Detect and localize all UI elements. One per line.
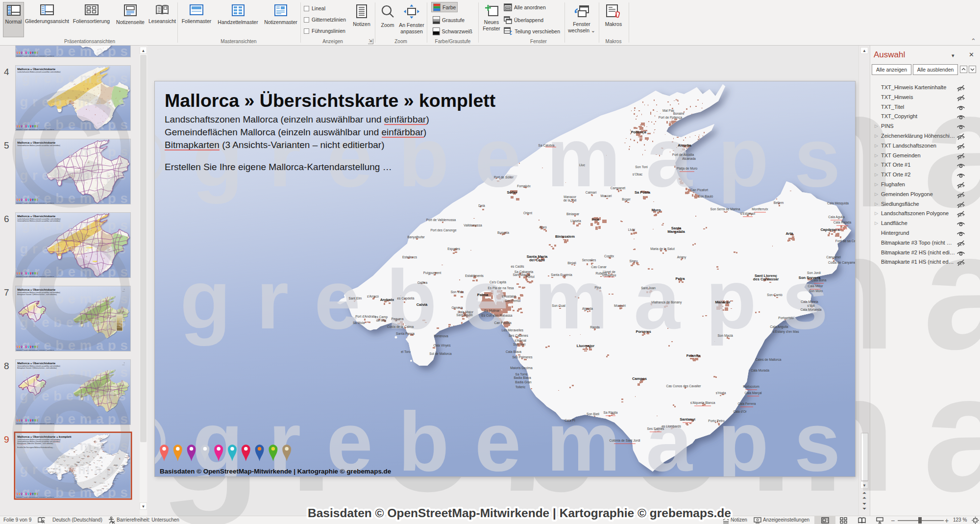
- svg-text:Valldemossa: Valldemossa: [464, 224, 482, 227]
- svg-text:©grebemaps: ©grebemaps: [16, 485, 130, 498]
- svg-text:Mallorca » Übersichtskarte: Mallorca » Übersichtskarte: [17, 67, 56, 71]
- svg-text:Manacor: Manacor: [715, 300, 730, 304]
- svg-text:Sant Marçal: Sant Marçal: [513, 273, 530, 277]
- svg-text:s'Arracó: s'Arracó: [367, 295, 379, 298]
- svg-text:Gemeindeflächen Mallorca (einz: Gemeindeflächen Mallorca (einzeln auswäh…: [17, 292, 60, 294]
- svg-text:s'Hostalot: s'Hostalot: [502, 295, 516, 298]
- svg-text:Randa: Randa: [87, 474, 89, 474]
- svg-text:Badia Gran: Badia Gran: [515, 380, 532, 384]
- svg-text:Bitmapkarte Variante 2 (Höhens: Bitmapkarte Variante 2 (Höhenschichten –…: [17, 367, 56, 369]
- svg-text:Basisdaten © OpenStreetMap-Mit: Basisdaten © OpenStreetMap-Mitwirkende |…: [17, 423, 55, 424]
- svg-text:Son Macià: Son Macià: [717, 334, 733, 337]
- svg-text:Son Bauló: Son Bauló: [698, 195, 713, 198]
- svg-text:Gemeindeflächen Mallorca (einz: Gemeindeflächen Mallorca (einzeln auswäh…: [17, 145, 60, 147]
- svg-text:Inca: Inca: [591, 217, 599, 222]
- svg-text:Cala Mesquida: Cala Mesquida: [126, 453, 130, 453]
- svg-text:Artà: Artà: [785, 231, 793, 236]
- svg-text:Llucmajor: Llucmajor: [577, 344, 594, 348]
- svg-text:Bunyola: Bunyola: [497, 231, 509, 235]
- svg-text:Font de sa Cala: Font de sa Cala: [835, 239, 855, 243]
- svg-text:Banyalbufar: Banyalbufar: [407, 235, 425, 239]
- svg-text:©grebemaps: ©grebemaps: [16, 117, 130, 130]
- svg-text:Gemeindeflächen Mallorca (einz: Gemeindeflächen Mallorca (einzeln auswäh…: [17, 365, 60, 367]
- svg-text:Galilea: Galilea: [59, 466, 61, 467]
- svg-text:Capdepera: Capdepera: [124, 457, 128, 458]
- svg-text:Calvià: Calvià: [58, 470, 60, 470]
- svg-text:Campos: Campos: [632, 376, 647, 381]
- svg-text:Bitmapkarte Variante 2 (Höhens: Bitmapkarte Variante 2 (Höhenschichten –…: [17, 294, 56, 296]
- svg-text:Ca's Capità: Ca's Capità: [490, 280, 506, 284]
- svg-text:Mallorca » Übersichtskarte » k: Mallorca » Übersichtskarte » komplett: [165, 90, 496, 111]
- svg-text:Basisdaten © OpenStreetMap-Mit: Basisdaten © OpenStreetMap-Mitwirkende |…: [17, 55, 55, 56]
- svg-text:de la Vall: de la Vall: [564, 199, 577, 202]
- svg-text:Campos: Campos: [94, 482, 97, 482]
- svg-text:Cala Moreia: Cala Moreia: [801, 300, 818, 303]
- svg-text:Galilea: Galilea: [417, 281, 428, 284]
- svg-text:Sa Pobla: Sa Pobla: [94, 451, 97, 452]
- svg-text:s'Arenal: s'Arenal: [514, 339, 526, 342]
- svg-text:Erstellen Sie Ihre eigene Mall: Erstellen Sie Ihre eigene Mallorca-Karte…: [17, 447, 54, 449]
- svg-text:Son Jordi: Son Jordi: [807, 271, 821, 274]
- svg-text:Cala d'Or: Cala d'Or: [733, 410, 747, 413]
- svg-text:es Capdellà: es Capdellà: [55, 469, 58, 469]
- svg-text:Felanitx: Felanitx: [686, 353, 701, 358]
- svg-text:es Caülls: es Caülls: [74, 463, 76, 464]
- svg-text:Costitx: Costitx: [604, 254, 614, 258]
- svg-text:Basisdaten © OpenStreetMap-Mit: Basisdaten © OpenStreetMap-Mitwirkende |…: [17, 129, 55, 130]
- svg-text:Basisdaten © OpenStreetMap-Mit: Basisdaten © OpenStreetMap-Mitwirkende |…: [308, 506, 731, 520]
- svg-text:Genova: Genova: [451, 306, 463, 309]
- svg-text:Lloseta: Lloseta: [570, 219, 581, 223]
- svg-text:Establiments: Establiments: [465, 274, 484, 277]
- svg-text:Cas Conos des Cavaller: Cas Conos des Cavaller: [666, 384, 701, 388]
- svg-text:Son Gual: Son Gual: [552, 304, 565, 307]
- svg-text:Cales de Mallorca: Cales de Mallorca: [756, 358, 782, 361]
- svg-text:Gemeindeflächen Mallorca (einz: Gemeindeflächen Mallorca (einzeln auswäh…: [165, 127, 426, 137]
- svg-text:Les Meravelles: Les Meravelles: [502, 328, 524, 332]
- svg-text:Son Macià: Son Macià: [108, 474, 110, 475]
- svg-text:Sant Joan: Sant Joan: [641, 286, 656, 290]
- svg-text:©grebemaps: ©grebemaps: [16, 264, 130, 277]
- svg-text:Cala Vinyes: Cala Vinyes: [61, 476, 64, 477]
- svg-text:Basisdaten © OpenStreetMap-Mit: Basisdaten © OpenStreetMap-Mitwirkende |…: [17, 497, 55, 498]
- svg-text:Porreres: Porreres: [636, 329, 651, 334]
- svg-text:Son Ferriol: Son Ferriol: [505, 299, 521, 302]
- svg-text:Sencelles: Sencelles: [582, 258, 596, 262]
- svg-text:Montferrutx: Montferrutx: [752, 207, 768, 211]
- svg-text:Sa Torre: Sa Torre: [515, 373, 528, 376]
- svg-text:Landschaftszonen Mallorca (ein: Landschaftszonen Mallorca (einzeln auswä…: [165, 114, 429, 125]
- svg-text:Costa de Canyamel: Costa de Canyamel: [828, 261, 855, 265]
- svg-text:Basisdaten © OpenStreetMap-Mit: Basisdaten © OpenStreetMap-Mitwirkende |…: [17, 276, 55, 277]
- svg-text:Sóller: Sóller: [74, 451, 75, 452]
- svg-text:Ses Salines: Ses Salines: [97, 490, 99, 490]
- svg-text:Sa Mola: Sa Mola: [353, 321, 365, 324]
- svg-text:Calvià: Calvià: [416, 302, 428, 307]
- svg-text:Cala Rajada: Cala Rajada: [127, 456, 130, 456]
- svg-text:es Capdellà: es Capdellà: [397, 297, 415, 300]
- svg-text:Costa de la Calma: Costa de la Calma: [387, 325, 414, 328]
- svg-text:Canyamel: Canyamel: [125, 462, 128, 462]
- svg-text:©grebemaps: ©grebemaps: [16, 94, 130, 109]
- svg-text:s'Horta: s'Horta: [716, 391, 726, 395]
- svg-text:Mallorca » Übersichtskarte: Mallorca » Übersichtskarte: [17, 214, 56, 218]
- svg-text:Puigpunyent: Puigpunyent: [423, 271, 441, 275]
- svg-text:Binissalem: Binissalem: [81, 458, 85, 459]
- svg-text:Platja de Muro: Platja de Muro: [677, 167, 698, 171]
- svg-text:Sineu: Sineu: [630, 259, 638, 263]
- svg-text:Badia Blava: Badia Blava: [514, 376, 531, 379]
- svg-text:Sa Ràpita: Sa Ràpita: [604, 411, 618, 415]
- svg-text:Es Molinar: Es Molinar: [484, 309, 500, 312]
- svg-text:Cala Rajada: Cala Rajada: [833, 221, 852, 225]
- svg-text:Basisdaten © OpenStreetMap-Mit: Basisdaten © OpenStreetMap-Mitwirkende |…: [17, 349, 55, 350]
- svg-text:Algaida: Algaida: [582, 307, 593, 311]
- svg-text:Inca: Inca: [87, 456, 89, 456]
- svg-text:Sa Pobla: Sa Pobla: [635, 190, 651, 195]
- svg-text:Orient: Orient: [523, 211, 532, 215]
- svg-text:©grebemaps: ©grebemaps: [16, 315, 130, 330]
- svg-text:Sa Mola: Sa Mola: [48, 473, 50, 473]
- svg-text:Can Pastilla: Can Pastilla: [494, 321, 512, 324]
- svg-text:Ses Cadenes: Ses Cadenes: [509, 334, 528, 337]
- svg-text:Vilafranca de Bonany: Vilafranca de Bonany: [651, 300, 682, 304]
- svg-text:Manacor: Manacor: [564, 195, 576, 199]
- svg-text:Port de Alcúdia: Port de Alcúdia: [672, 153, 694, 156]
- svg-text:Margalida: Margalida: [667, 229, 685, 234]
